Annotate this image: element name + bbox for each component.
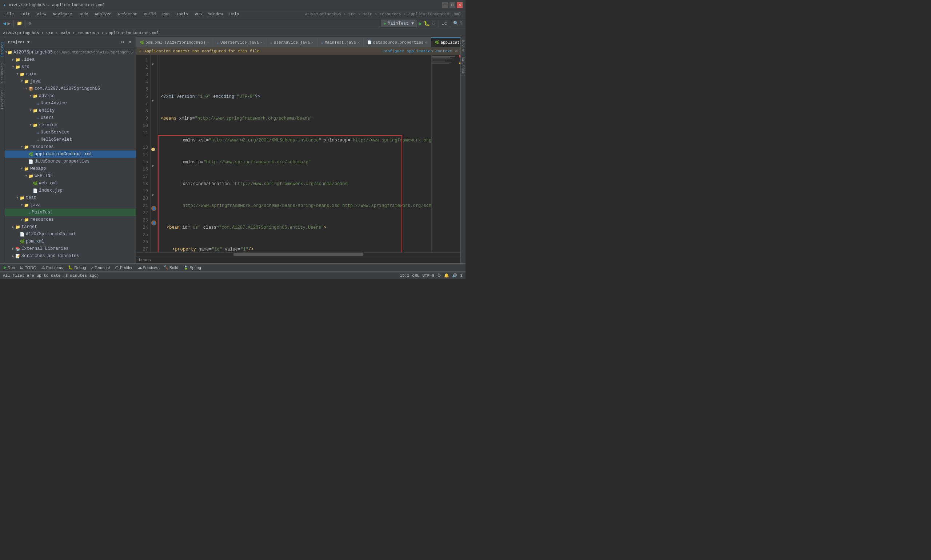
tree-advice[interactable]: ▼ 📁 advice — [5, 92, 135, 100]
fold-icon-21[interactable]: ▼ — [152, 194, 154, 197]
menu-edit[interactable]: Edit — [17, 11, 33, 17]
run-bottom-btn[interactable]: ▶ Run — [2, 265, 17, 270]
vcs-icon[interactable]: ⎇ — [442, 21, 447, 26]
menu-view[interactable]: View — [34, 11, 49, 17]
project-dropdown[interactable]: Project ▼ — [8, 40, 29, 45]
help-icon[interactable]: ? — [460, 21, 463, 26]
tab-userservice[interactable]: ☕ UserService.java ✕ — [213, 37, 266, 47]
menu-run[interactable]: Run — [159, 11, 172, 17]
menu-tools[interactable]: Tools — [173, 11, 191, 17]
tree-test[interactable]: ▼ 📁 test — [5, 194, 135, 202]
tree-datasource[interactable]: ▶ 📄 dataSource.properties — [5, 158, 135, 165]
run-config-selector[interactable]: ▶ MainTest ▼ — [381, 20, 417, 27]
menu-help[interactable]: Help — [226, 11, 242, 17]
tree-useradv[interactable]: ▶ ☕ UserAdvice — [5, 100, 135, 107]
spring-btn[interactable]: 🍃 Spring — [181, 265, 203, 270]
tree-service[interactable]: ▼ 📁 service — [5, 122, 135, 129]
tree-appctx[interactable]: ▶ 🌿 applicationContext.xml — [5, 151, 135, 158]
notification-icon[interactable]: 🔔 — [444, 273, 449, 278]
horizontal-scrollbar[interactable] — [136, 252, 460, 256]
tree-main[interactable]: ▼ 📁 main — [5, 71, 135, 78]
tab-useradvice-close[interactable]: ✕ — [311, 40, 314, 45]
forward-icon[interactable]: ▶ — [7, 20, 10, 26]
minimize-button[interactable]: ─ — [442, 2, 448, 8]
problems-btn[interactable]: ⚠ Problems — [39, 265, 65, 270]
tree-testjava[interactable]: ▼ 📁 java — [5, 202, 135, 209]
tab-maintest[interactable]: ☕ MainTest.java ✕ — [317, 37, 364, 47]
todo-btn[interactable]: ☑ TODO — [18, 265, 38, 270]
tree-testresources[interactable]: ▶ 📁 resources — [5, 216, 135, 223]
ime-icon[interactable]: S — [460, 274, 463, 278]
tree-target[interactable]: ▶ 📁 target — [5, 223, 135, 231]
menu-vcs[interactable]: VCS — [192, 11, 205, 17]
menu-code[interactable]: Code — [75, 11, 91, 17]
language-label: 英 — [437, 273, 441, 278]
tree-extlibs[interactable]: ▶ 📚 External Libraries — [5, 245, 135, 252]
settings-icon[interactable]: ⚙ — [28, 21, 31, 26]
tab-datasource[interactable]: 📄 dataSource.properties ✕ — [364, 37, 431, 47]
collapse-all-icon[interactable]: ⊟ — [120, 39, 125, 45]
tree-webxml[interactable]: ▶ 🌿 web.xml — [5, 180, 135, 187]
structure-tab[interactable]: Structure — [0, 60, 5, 86]
tree-webinf[interactable]: ▼ 📁 WEB-INF — [5, 172, 135, 180]
tree-helloservlet[interactable]: ▶ ☕ HelloServlet — [5, 136, 135, 143]
search-everywhere[interactable]: 🔍 — [453, 21, 459, 26]
tree-idea[interactable]: ▶ 📁 .idea — [5, 56, 135, 63]
tab-userservice-close[interactable]: ✕ — [260, 40, 263, 45]
build-btn[interactable]: 🔨 Build — [161, 265, 180, 270]
tree-scratches[interactable]: ▶ 📝 Scratches and Consoles — [5, 252, 135, 260]
debug-bottom-btn[interactable]: 🐛 Debug — [66, 265, 88, 270]
maven-tab[interactable]: Maven — [461, 37, 466, 54]
terminal-btn[interactable]: > Terminal — [89, 265, 112, 270]
tree-userservice[interactable]: ▶ ☕ UserService — [5, 129, 135, 136]
configure-action[interactable]: Configure application context — [383, 49, 452, 54]
tree-resources[interactable]: ▼ 📁 resources — [5, 143, 135, 151]
close-button[interactable]: ✕ — [457, 2, 463, 8]
tab-appctx[interactable]: 🌿 applicationContext.xml ✕ — [431, 37, 460, 47]
coverage-button[interactable]: 🛡 — [431, 21, 435, 26]
tree-webapp[interactable]: ▼ 📁 webapp — [5, 165, 135, 172]
debug-button[interactable]: 🐛 — [424, 20, 430, 26]
tree-package[interactable]: ▼ 📦 com.A1207.A1207Springch05 — [5, 85, 135, 92]
fold-icon-7[interactable]: ▼ — [152, 99, 154, 103]
menu-refactor[interactable]: Refactor — [115, 11, 140, 17]
tree-project-root[interactable]: ▼ 📁 A1207Springch05 D:\JavaEnterpriseWeb… — [5, 49, 135, 56]
tree-entity[interactable]: ▼ 📁 entity — [5, 107, 135, 114]
maximize-button[interactable]: □ — [449, 2, 455, 8]
run-button[interactable]: ▶ — [419, 20, 422, 27]
tab-useradvice[interactable]: ☕ UserAdvice.java ✕ — [266, 37, 317, 47]
gutter: ▼ ▼ ▼ ▼ ● 👤 👤 — [151, 55, 158, 252]
tab-maintest-close[interactable]: ✕ — [357, 40, 360, 45]
menu-analyze[interactable]: Analyze — [92, 11, 114, 17]
settings-warning-icon[interactable]: ⚙ — [455, 49, 457, 54]
fold-icon-2[interactable]: ▼ — [152, 63, 154, 66]
profiler-btn[interactable]: ⏱ Profiler — [113, 265, 135, 270]
volume-icon[interactable]: 🔊 — [452, 273, 457, 278]
menu-build[interactable]: Build — [141, 11, 159, 17]
scrollbar-thumb[interactable] — [234, 253, 363, 256]
tree-iml[interactable]: ▶ 📄 A1207Springch05.iml — [5, 231, 135, 238]
line-separator[interactable]: CRL — [412, 274, 420, 278]
settings-panel-icon[interactable]: ⚙ — [127, 39, 133, 45]
tab-datasource-close[interactable]: ✕ — [425, 40, 427, 45]
code-editor[interactable]: <?xml version="1.0" encoding="UTF-8"?> <… — [158, 55, 431, 252]
favorites-tab[interactable]: Favorites — [0, 86, 5, 112]
tab-pomxml-close[interactable]: ✕ — [207, 40, 209, 45]
bookmark-icon-14[interactable]: ● — [151, 148, 155, 151]
tree-java[interactable]: ▼ 📁 java — [5, 78, 135, 85]
tree-src[interactable]: ▼ 📁 src — [5, 63, 135, 71]
database-tab[interactable]: Database — [461, 54, 466, 77]
fold-icon-17[interactable]: ▼ — [152, 165, 154, 168]
tree-maintest[interactable]: ▶ ☕ MainTest — [5, 209, 135, 216]
project-tab[interactable]: Project — [0, 38, 5, 60]
back-icon[interactable]: ◀ — [3, 20, 6, 26]
menu-file[interactable]: File — [2, 11, 17, 17]
menu-window[interactable]: Window — [205, 11, 226, 17]
services-btn[interactable]: ☁ Services — [135, 265, 160, 270]
menu-navigate[interactable]: Navigate — [50, 11, 75, 17]
code-line-4: xmlns:p="http://www.springframework.org/… — [161, 158, 428, 166]
tab-pomxml[interactable]: 🌿 pom.xml (A1207Springch05) ✕ — [136, 37, 213, 47]
tree-users[interactable]: ▶ ☕ Users — [5, 114, 135, 122]
tree-pomxml[interactable]: ▶ 🌿 pom.xml — [5, 238, 135, 245]
tree-indexjsp[interactable]: ▶ 📄 index.jsp — [5, 187, 135, 194]
